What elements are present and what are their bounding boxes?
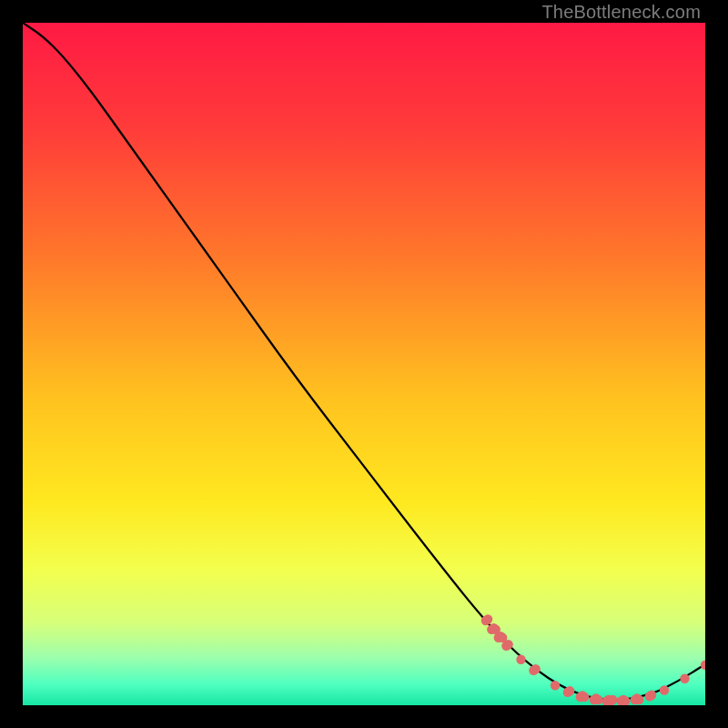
data-point-marker xyxy=(483,614,492,623)
bottleneck-curve xyxy=(23,23,705,700)
data-point-marker xyxy=(580,693,589,702)
data-point-marker xyxy=(503,640,512,649)
data-point-marker xyxy=(608,695,617,704)
attribution-text: TheBottleneck.com xyxy=(541,2,701,23)
chart-frame xyxy=(23,23,705,705)
data-point-marker xyxy=(565,686,574,695)
data-point-marker xyxy=(593,695,602,704)
chart-plot xyxy=(23,23,705,705)
data-point-marker xyxy=(551,681,560,690)
data-point-marker xyxy=(516,655,525,664)
data-point-marker xyxy=(680,674,689,683)
data-point-marker xyxy=(531,664,540,673)
data-point-marker xyxy=(647,691,656,700)
data-point-marker xyxy=(660,685,669,694)
data-point-marker xyxy=(701,661,705,670)
data-point-markers xyxy=(481,614,705,705)
data-point-marker xyxy=(634,695,643,704)
